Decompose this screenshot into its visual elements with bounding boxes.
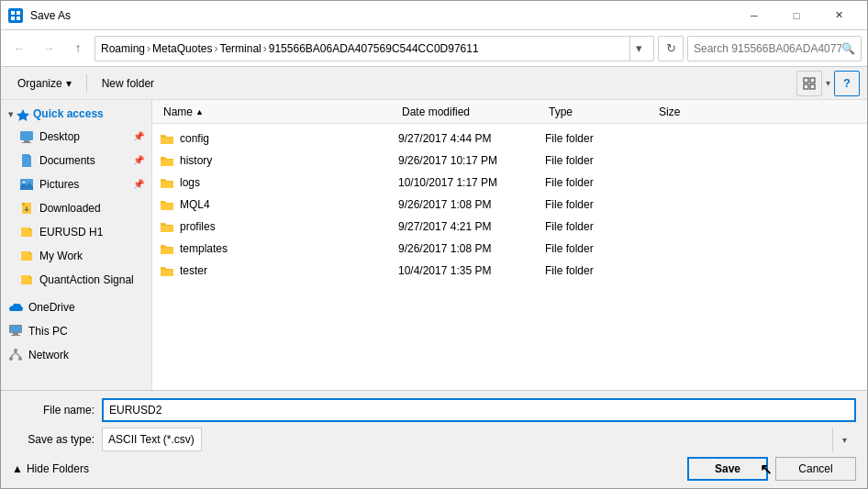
saveastype-arrow: ▾	[832, 428, 856, 451]
sidebar-item-quantaction[interactable]: QuantAction Signal	[1, 268, 151, 292]
onedrive-label: OneDrive	[28, 301, 75, 314]
hide-folders-button[interactable]: ▲ Hide Folders	[12, 462, 89, 475]
saveastype-row: Save as type: ASCII Text (*.csv) ▾	[12, 428, 856, 451]
file-name: profiles	[180, 220, 216, 233]
organize-button[interactable]: Organize ▾	[8, 71, 81, 96]
breadcrumb-hash: 915566BA06ADA407569C544CC0D97611	[269, 42, 479, 55]
file-date: 9/26/2017 1:08 PM	[398, 242, 545, 255]
view-options-button[interactable]	[796, 71, 822, 96]
table-row[interactable]: config 9/27/2017 4:44 PM File folder	[152, 128, 867, 150]
svg-rect-0	[11, 11, 15, 15]
window-controls: ─ □ ✕	[733, 1, 860, 30]
svg-marker-8	[17, 109, 29, 121]
desktop-pin: 📌	[133, 131, 144, 141]
folder-icon	[160, 219, 174, 234]
table-row[interactable]: templates 9/26/2017 1:08 PM File folder	[152, 238, 867, 260]
refresh-button[interactable]: ↻	[658, 36, 684, 61]
desktop-icon	[19, 129, 34, 144]
maximize-button[interactable]: □	[775, 1, 818, 30]
forward-button[interactable]: →	[36, 36, 61, 61]
col-header-size[interactable]: Size	[655, 106, 729, 118]
quantaction-icon	[19, 272, 34, 287]
hide-folders-arrow: ▲	[12, 462, 23, 475]
cancel-button[interactable]: Cancel	[775, 457, 856, 481]
table-row[interactable]: history 9/26/2017 10:17 PM File folder	[152, 150, 867, 172]
file-name: logs	[180, 176, 200, 189]
sidebar-item-desktop[interactable]: Desktop 📌	[1, 125, 151, 149]
up-button[interactable]: ↑	[65, 36, 91, 61]
svg-line-22	[16, 352, 20, 357]
file-date: 9/27/2017 4:21 PM	[398, 220, 545, 233]
sidebar-quantaction-label: QuantAction Signal	[39, 273, 134, 286]
file-date: 9/26/2017 10:17 PM	[398, 154, 545, 167]
table-row[interactable]: logs 10/10/2017 1:17 PM File folder	[152, 172, 867, 194]
col-header-name[interactable]: Name ▲	[160, 106, 398, 118]
pictures-icon	[19, 177, 34, 192]
thispc-label: This PC	[28, 325, 68, 338]
table-row[interactable]: MQL4 9/26/2017 1:08 PM File folder	[152, 194, 867, 216]
quick-access-header[interactable]: ▾ Quick access	[1, 104, 151, 125]
table-row[interactable]: tester 10/4/2017 1:35 PM File folder	[152, 260, 867, 282]
cancel-label: Cancel	[798, 462, 832, 475]
eurusd-icon	[19, 225, 34, 239]
file-name: history	[180, 154, 212, 167]
quick-access-arrow: ▾	[8, 109, 13, 119]
sidebar-item-mywork[interactable]: My Work	[1, 244, 151, 268]
sidebar-item-thispc[interactable]: This PC	[1, 319, 151, 343]
help-button[interactable]: ?	[834, 71, 860, 96]
cursor-icon: ↖	[760, 461, 772, 478]
sidebar-desktop-label: Desktop	[39, 130, 80, 143]
col-header-date[interactable]: Date modified	[398, 106, 545, 118]
minimize-button[interactable]: ─	[733, 1, 775, 30]
file-type: File folder	[545, 132, 655, 145]
address-dropdown-button[interactable]: ▾	[629, 36, 648, 61]
svg-point-18	[14, 349, 17, 352]
address-path[interactable]: Roaming › MetaQuotes › Terminal › 915566…	[95, 36, 654, 61]
sidebar-item-pictures[interactable]: Pictures 📌	[1, 172, 151, 196]
bottom-area: File name: Save as type: ASCII Text (*.c…	[1, 390, 867, 488]
sort-icon: ▲	[195, 107, 204, 117]
file-type: File folder	[545, 220, 655, 233]
close-button[interactable]: ✕	[818, 1, 860, 30]
svg-rect-4	[804, 78, 808, 83]
main-content: ▾ Quick access Desktop 📌	[1, 100, 867, 390]
quick-access-section: ▾ Quick access Desktop 📌	[1, 104, 151, 292]
folder-icon	[160, 131, 174, 146]
sidebar-documents-label: Documents	[39, 154, 95, 167]
sidebar-item-documents[interactable]: Documents 📌	[1, 149, 151, 172]
toolbar: Organize ▾ New folder ▾ ?	[1, 67, 867, 100]
saveastype-wrapper: ASCII Text (*.csv) ▾	[102, 428, 856, 451]
svg-rect-15	[10, 326, 21, 332]
sidebar: ▾ Quick access Desktop 📌	[1, 100, 152, 390]
new-folder-button[interactable]: New folder	[93, 71, 163, 96]
filename-input[interactable]	[102, 398, 856, 422]
search-box[interactable]: 🔍	[687, 36, 862, 61]
search-input[interactable]	[694, 42, 841, 55]
onedrive-icon	[8, 300, 23, 315]
sidebar-item-downloaded[interactable]: Downloaded	[1, 196, 151, 220]
sidebar-item-network[interactable]: Network	[1, 343, 151, 367]
downloaded-icon	[19, 201, 34, 216]
svg-point-19	[9, 357, 13, 361]
back-button[interactable]: ←	[6, 36, 32, 61]
col-header-type[interactable]: Type	[545, 106, 655, 118]
sidebar-downloaded-label: Downloaded	[39, 202, 101, 215]
sidebar-item-onedrive[interactable]: OneDrive	[1, 295, 151, 319]
folder-icon	[160, 175, 174, 190]
app-icon	[8, 8, 23, 23]
toolbar-separator	[86, 74, 87, 93]
file-type: File folder	[545, 264, 655, 277]
breadcrumb-terminal: Terminal	[219, 42, 261, 55]
breadcrumb-roaming: Roaming	[101, 42, 145, 55]
pictures-pin: 📌	[133, 179, 144, 189]
svg-rect-2	[11, 17, 15, 20]
save-button[interactable]: Save ↖	[687, 457, 768, 481]
table-row[interactable]: profiles 9/27/2017 4:21 PM File folder	[152, 216, 867, 238]
sidebar-item-eurusd[interactable]: EURUSD H1	[1, 220, 151, 244]
saveastype-label: Save as type:	[12, 433, 95, 446]
svg-rect-11	[22, 142, 31, 143]
file-date: 10/10/2017 1:17 PM	[398, 176, 545, 189]
address-bar: ← → ↑ Roaming › MetaQuotes › Terminal › …	[1, 30, 867, 67]
folder-icon	[160, 197, 174, 212]
saveastype-select[interactable]: ASCII Text (*.csv)	[102, 428, 202, 451]
